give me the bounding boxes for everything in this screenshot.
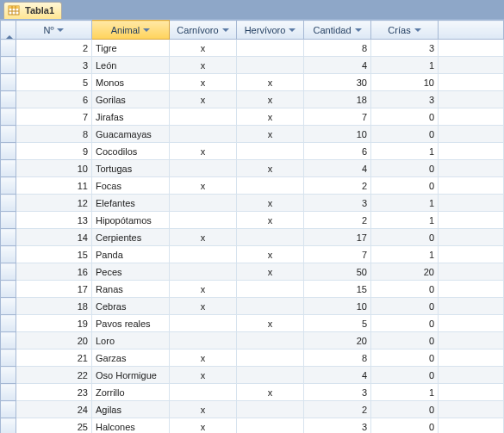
cell-cantidad[interactable]: 7	[304, 108, 371, 126]
table-row[interactable]: 9Cocodilosx61	[1, 143, 504, 160]
dropdown-icon[interactable]	[355, 28, 362, 32]
cell-crias[interactable]: 3	[371, 91, 439, 108]
cell-cantidad[interactable]: 4	[304, 367, 371, 384]
cell-crias[interactable]: 1	[371, 212, 439, 229]
table-row[interactable]: 13Hipopótamosx21	[1, 212, 504, 229]
cell-cantidad[interactable]: 3	[304, 384, 371, 401]
cell-carnivoro[interactable]	[170, 384, 237, 401]
table-row[interactable]: 12Elefantesx31	[1, 195, 504, 212]
cell-animal[interactable]: Ranas	[92, 281, 170, 298]
dropdown-icon[interactable]	[57, 28, 64, 32]
table-row[interactable]: 6Gorilasxx183	[1, 91, 504, 108]
cell-animal[interactable]: Focas	[92, 177, 170, 195]
cell-edge[interactable]	[439, 57, 504, 74]
cell-edge[interactable]	[439, 74, 504, 91]
row-selector[interactable]	[1, 246, 16, 263]
cell-cantidad[interactable]: 2	[304, 401, 371, 418]
row-selector[interactable]	[1, 229, 16, 246]
cell-crias[interactable]: 10	[371, 74, 439, 91]
cell-cantidad[interactable]: 3	[304, 195, 371, 212]
cell-crias[interactable]: 20	[371, 263, 439, 281]
table-row[interactable]: 24Agilasx20	[1, 401, 504, 418]
cell-cantidad[interactable]: 7	[304, 246, 371, 263]
cell-crias[interactable]: 1	[371, 246, 439, 263]
cell-edge[interactable]	[439, 332, 504, 349]
cell-hervivoro[interactable]	[237, 367, 304, 384]
cell-animal[interactable]: Zorrillo	[92, 384, 170, 401]
cell-carnivoro[interactable]: x	[170, 57, 237, 74]
cell-no[interactable]: 18	[16, 298, 92, 315]
select-all-corner[interactable]	[1, 21, 16, 40]
table-row[interactable]: 16Pecesx5020	[1, 263, 504, 281]
cell-carnivoro[interactable]	[170, 315, 237, 332]
column-header-carnivoro[interactable]: Carnívoro	[170, 21, 237, 40]
cell-hervivoro[interactable]	[237, 143, 304, 160]
cell-hervivoro[interactable]: x	[237, 108, 304, 126]
cell-hervivoro[interactable]: x	[237, 91, 304, 108]
cell-carnivoro[interactable]: x	[170, 229, 237, 246]
table-row[interactable]: 8Guacamayasx100	[1, 126, 504, 143]
cell-hervivoro[interactable]: x	[237, 74, 304, 91]
row-selector[interactable]	[1, 126, 16, 143]
column-header-crias[interactable]: Crías	[371, 21, 439, 40]
cell-carnivoro[interactable]	[170, 126, 237, 143]
cell-animal[interactable]: Cebras	[92, 298, 170, 315]
cell-animal[interactable]: Hipopótamos	[92, 212, 170, 229]
column-header-edge[interactable]	[439, 21, 504, 40]
cell-animal[interactable]: León	[92, 57, 170, 74]
cell-carnivoro[interactable]: x	[170, 177, 237, 195]
row-selector[interactable]	[1, 315, 16, 332]
cell-edge[interactable]	[439, 384, 504, 401]
table-row[interactable]: 14Cerpientesx170	[1, 229, 504, 246]
cell-animal[interactable]: Peces	[92, 263, 170, 281]
cell-carnivoro[interactable]: x	[170, 143, 237, 160]
table-row[interactable]: 10Tortugasx40	[1, 160, 504, 177]
cell-hervivoro[interactable]	[237, 177, 304, 195]
row-selector[interactable]	[1, 143, 16, 160]
row-selector[interactable]	[1, 332, 16, 349]
cell-cantidad[interactable]: 8	[304, 40, 371, 57]
cell-crias[interactable]: 0	[371, 298, 439, 315]
cell-no[interactable]: 6	[16, 91, 92, 108]
dropdown-icon[interactable]	[143, 28, 150, 32]
cell-animal[interactable]: Halcones	[92, 418, 170, 434]
row-selector[interactable]	[1, 367, 16, 384]
cell-no[interactable]: 5	[16, 74, 92, 91]
row-selector[interactable]	[1, 349, 16, 367]
cell-no[interactable]: 2	[16, 40, 92, 57]
cell-cantidad[interactable]: 2	[304, 212, 371, 229]
cell-animal[interactable]: Guacamayas	[92, 126, 170, 143]
cell-crias[interactable]: 0	[371, 126, 439, 143]
cell-edge[interactable]	[439, 401, 504, 418]
cell-edge[interactable]	[439, 40, 504, 57]
cell-cantidad[interactable]: 8	[304, 349, 371, 367]
cell-edge[interactable]	[439, 177, 504, 195]
cell-no[interactable]: 10	[16, 160, 92, 177]
cell-edge[interactable]	[439, 160, 504, 177]
table-row[interactable]: 20Loro200	[1, 332, 504, 349]
cell-crias[interactable]: 0	[371, 108, 439, 126]
cell-hervivoro[interactable]: x	[237, 384, 304, 401]
cell-edge[interactable]	[439, 143, 504, 160]
table-row[interactable]: 25Halconesx30	[1, 418, 504, 434]
column-header-cantidad[interactable]: Cantidad	[304, 21, 371, 40]
cell-edge[interactable]	[439, 418, 504, 434]
cell-carnivoro[interactable]	[170, 246, 237, 263]
cell-animal[interactable]: Monos	[92, 74, 170, 91]
table-row[interactable]: 21Garzasx80	[1, 349, 504, 367]
cell-no[interactable]: 8	[16, 126, 92, 143]
cell-edge[interactable]	[439, 108, 504, 126]
cell-cantidad[interactable]: 17	[304, 229, 371, 246]
cell-crias[interactable]: 0	[371, 177, 439, 195]
cell-hervivoro[interactable]	[237, 401, 304, 418]
cell-carnivoro[interactable]: x	[170, 40, 237, 57]
cell-edge[interactable]	[439, 212, 504, 229]
cell-edge[interactable]	[439, 263, 504, 281]
column-header-hervivoro[interactable]: Hervívoro	[237, 21, 304, 40]
cell-carnivoro[interactable]	[170, 108, 237, 126]
cell-crias[interactable]: 0	[371, 315, 439, 332]
cell-hervivoro[interactable]: x	[237, 263, 304, 281]
table-row[interactable]: 23Zorrillox31	[1, 384, 504, 401]
cell-edge[interactable]	[439, 298, 504, 315]
table-row[interactable]: 22Oso Hormiguex40	[1, 367, 504, 384]
